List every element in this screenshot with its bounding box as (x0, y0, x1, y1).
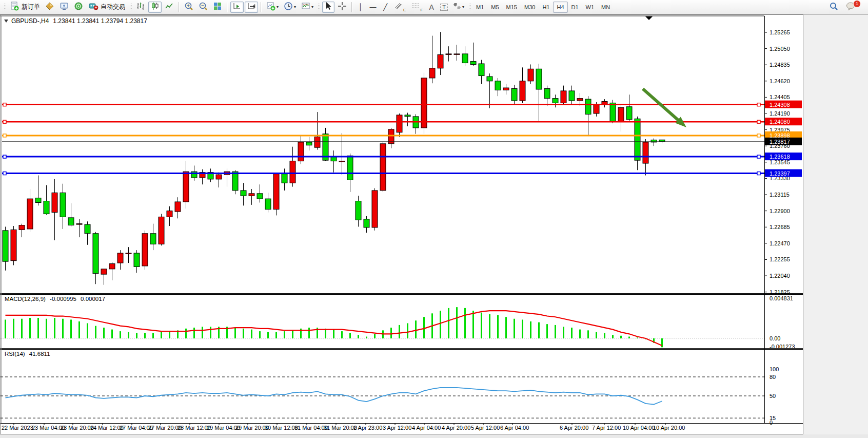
cursor-button[interactable] (322, 2, 334, 13)
new-order-icon (10, 2, 19, 12)
templates-icon (301, 2, 310, 12)
rsi-axis-label: 0 (770, 420, 773, 426)
rsi-axis-label: 50 (770, 393, 776, 399)
auto-trading-button[interactable]: 自动交易 (86, 2, 127, 13)
price-tick-label: 1.22040 (770, 273, 790, 279)
candle-body (273, 174, 279, 210)
search-icon (829, 2, 838, 12)
chevron-down-icon: ▾ (277, 5, 279, 9)
toolbar-separator (179, 2, 180, 12)
trend-arrow (643, 89, 682, 123)
price-label-text: 1.23397 (770, 170, 790, 177)
collapse-icon[interactable] (4, 20, 8, 23)
chevron-down-icon: ▾ (294, 5, 296, 9)
crosshair-button[interactable] (336, 2, 349, 13)
time-tick-label: 27 Mar 20:00 (148, 425, 182, 431)
time-tick-label: 31 Mar 04:00 (294, 425, 328, 431)
time-tick-label: 7 Apr 12:00 (592, 425, 621, 431)
bar-chart-button[interactable] (134, 2, 147, 13)
search-button[interactable] (827, 2, 840, 13)
vertical-line-button[interactable]: │ (355, 2, 366, 13)
text-label-button[interactable]: T (438, 2, 450, 13)
candle-body (232, 172, 238, 191)
notification-badge: 1 (853, 0, 861, 8)
candle-body (364, 219, 369, 227)
candle-body (134, 253, 140, 266)
line-chart-icon (165, 2, 174, 12)
vertical-line-icon: │ (359, 3, 363, 11)
workspace-background (803, 14, 868, 435)
time-tick-label: 10 Apr 04:00 (623, 425, 655, 431)
rsi-indicator-label: RSI(14) 41.6811 (5, 351, 50, 357)
tab-timeframe-h1[interactable]: H1 (539, 2, 553, 13)
chart-title: GBPUSD-,H4 1.23841 1.23841 1.23794 1.238… (4, 17, 147, 25)
line-chart-button[interactable] (163, 2, 176, 13)
line-handle (757, 155, 760, 158)
periods-button[interactable]: ▾ (282, 2, 298, 13)
candle-body (339, 161, 345, 162)
tab-timeframe-mn[interactable]: MN (598, 2, 614, 13)
time-tick-label: 28 Mar 12:00 (177, 425, 211, 431)
line-handle (757, 134, 760, 137)
tab-timeframe-m5[interactable]: M5 (487, 2, 502, 13)
price-tick-label: 1.24620 (770, 78, 790, 84)
tab-timeframe-h4[interactable]: H4 (553, 2, 567, 13)
candle-body (372, 191, 378, 227)
candle-body (487, 77, 492, 81)
candle-body (503, 88, 509, 90)
candlestick-chart-button[interactable] (148, 2, 162, 13)
time-tick-label: 10 Apr 20:00 (653, 425, 685, 431)
trendline-button[interactable]: ╱ (380, 2, 391, 13)
candle-body (101, 269, 107, 274)
rsi-value: 41.6811 (29, 351, 50, 357)
price-tick-label: 1.24835 (770, 62, 790, 68)
toolbar-separator (227, 2, 228, 12)
signals-button[interactable] (72, 2, 85, 13)
time-tick-label: 22 Mar 2023 (2, 425, 33, 431)
tab-timeframe-m15[interactable]: M15 (503, 2, 521, 13)
fibonacci-button[interactable]: F (409, 2, 425, 13)
time-tick-label: 4 Apr 20:00 (442, 425, 470, 431)
candle-body (429, 68, 435, 78)
equidistant-channel-button[interactable]: E (392, 2, 408, 13)
candle-body (511, 89, 517, 101)
time-tick-label: 5 Apr 12:00 (471, 425, 500, 431)
text-button[interactable]: A (426, 2, 437, 13)
candle-body (347, 156, 353, 180)
chart-canvas[interactable]: 1.252651.250501.248351.246201.244051.241… (1, 15, 803, 434)
main-toolbar: 新订单 自动交易 (0, 0, 868, 14)
tab-timeframe-d1[interactable]: D1 (568, 2, 582, 13)
horizontal-line-button[interactable]: — (367, 2, 379, 13)
gold-diamond-icon (45, 2, 54, 12)
candle-body (298, 142, 304, 161)
new-order-button[interactable]: 新订单 (8, 2, 42, 13)
price-tick-label: 1.23115 (770, 192, 790, 198)
chevron-down-icon: ▾ (462, 5, 464, 9)
candle-body (175, 202, 181, 212)
terminal-button[interactable] (57, 2, 71, 13)
toolbar-grip (318, 3, 320, 11)
tile-windows-button[interactable] (211, 2, 224, 13)
trendline-icon: ╱ (383, 3, 387, 11)
line-handle (757, 103, 760, 106)
candle-body (561, 91, 566, 103)
tab-timeframe-m30[interactable]: M30 (521, 2, 539, 13)
candle-body (117, 253, 123, 263)
rsi-axis-label: 100 (770, 366, 779, 372)
macd-name: MACD(12,26,9) (5, 296, 46, 302)
tab-timeframe-w1[interactable]: W1 (582, 2, 598, 13)
chart-shift-button[interactable] (245, 2, 258, 13)
zoom-out-button[interactable] (196, 2, 210, 13)
templates-button[interactable]: ▾ (299, 2, 315, 13)
candle-body (93, 234, 98, 274)
auto-scroll-button[interactable] (230, 2, 244, 13)
arrows-button[interactable]: ▾ (451, 2, 466, 13)
candle-body (659, 140, 665, 142)
tab-timeframe-m1[interactable]: M1 (472, 2, 487, 13)
candle-body (282, 174, 287, 183)
notifications-button[interactable]: 1 (844, 2, 858, 13)
history-center-button[interactable] (43, 2, 56, 13)
candle-body (241, 191, 246, 196)
indicators-button[interactable]: ▾ (264, 2, 281, 13)
zoom-in-button[interactable] (182, 2, 195, 13)
